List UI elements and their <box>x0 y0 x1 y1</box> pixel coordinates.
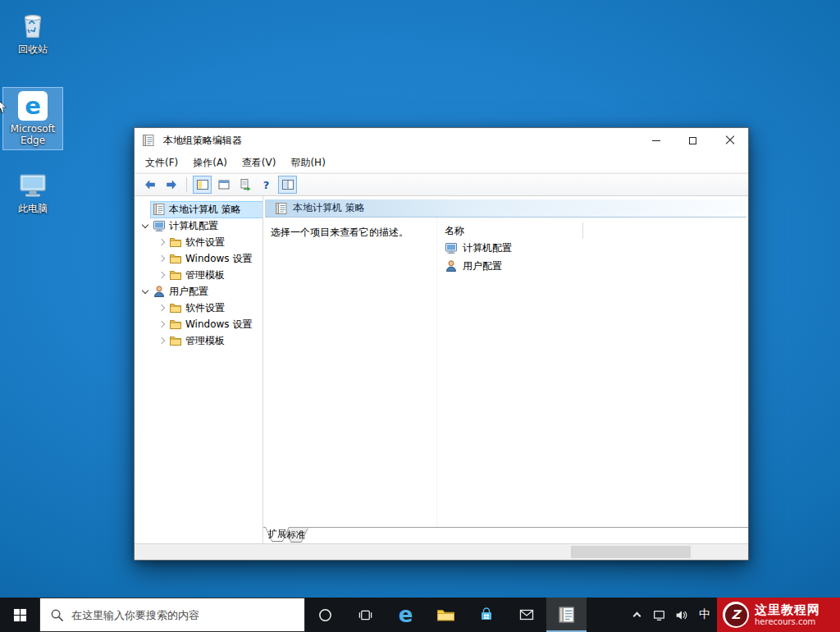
close-icon <box>725 135 735 145</box>
mail-button[interactable] <box>506 598 546 632</box>
tree-item-label: 管理模板 <box>185 268 225 282</box>
list-item-computer-config[interactable]: 计算机配置 <box>437 239 748 257</box>
close-button[interactable] <box>711 128 748 153</box>
icon-label: 此电脑 <box>18 203 48 214</box>
tree-item-label: 计算机配置 <box>169 219 218 233</box>
h-scrollbar-thumb[interactable] <box>571 546 691 558</box>
minimize-button[interactable] <box>637 128 674 153</box>
menu-action[interactable]: 操作(A) <box>185 153 235 172</box>
maximize-button[interactable] <box>674 128 711 153</box>
chevron-down-icon[interactable] <box>142 221 148 227</box>
help-button[interactable]: ? <box>257 176 276 194</box>
gpedit-scroll-icon <box>275 202 288 215</box>
properties-button[interactable] <box>214 176 233 194</box>
results-pane: 本地计算机 策略 选择一个项目来查看它的描述。 名称 计算机配置 <box>263 196 748 543</box>
chevron-right-icon[interactable] <box>158 321 165 327</box>
watermark-title: 这里教程网 <box>755 603 820 617</box>
minimize-icon <box>652 140 660 141</box>
chevron-right-icon[interactable] <box>158 337 165 344</box>
tree-item-label: 软件设置 <box>185 301 225 315</box>
tray-overflow-button[interactable] <box>626 598 648 632</box>
windows-logo-icon <box>13 608 27 622</box>
file-explorer-button[interactable] <box>426 598 466 632</box>
tree-item-computer-config[interactable]: 计算机配置 <box>135 218 262 234</box>
edge-taskbar-button[interactable]: e <box>386 598 426 632</box>
search-input[interactable] <box>71 609 294 621</box>
tree-item-software-settings-user[interactable]: 软件设置 <box>135 300 262 316</box>
cortana-button[interactable] <box>305 598 345 632</box>
show-console-tree-button[interactable] <box>193 176 212 194</box>
title-bar[interactable]: 本地组策略编辑器 <box>135 128 748 153</box>
export-list-button[interactable] <box>235 176 254 194</box>
folder-icon <box>169 318 182 331</box>
folder-icon <box>169 268 182 282</box>
menu-help[interactable]: 帮助(H) <box>283 153 332 172</box>
volume-tray-button[interactable] <box>670 598 692 632</box>
menu-bar: 文件(F) 操作(A) 查看(V) 帮助(H) <box>135 153 748 173</box>
start-button[interactable] <box>0 598 39 632</box>
tree-item-windows-settings[interactable]: Windows 设置 <box>135 250 262 267</box>
gpedit-taskbar-button[interactable] <box>546 598 587 632</box>
tree-item-user-config[interactable]: 用户配置 <box>135 283 262 300</box>
export-list-icon <box>239 178 252 191</box>
results-content: 选择一个项目来查看它的描述。 名称 计算机配置 用户配置 <box>263 218 748 527</box>
list-item-label: 用户配置 <box>463 259 502 273</box>
desktop-icon-recycle-bin[interactable]: 回收站 <box>7 5 59 58</box>
user-icon <box>445 259 458 272</box>
tree-item-label: 管理模板 <box>185 334 225 348</box>
menu-file[interactable]: 文件(F) <box>138 153 185 172</box>
desktop-icon-this-pc[interactable]: 此电脑 <box>7 167 59 218</box>
edge-icon: e <box>399 602 413 627</box>
taskbar-search-box[interactable] <box>39 598 305 632</box>
column-header-name[interactable]: 名称 <box>437 222 583 239</box>
chevron-right-icon[interactable] <box>158 239 165 245</box>
chevron-right-icon[interactable] <box>158 305 165 311</box>
item-list: 名称 计算机配置 用户配置 <box>437 218 748 527</box>
results-header: 本地计算机 策略 <box>265 199 746 218</box>
tree-item-label: Windows 设置 <box>185 252 252 266</box>
task-view-icon <box>358 607 373 623</box>
folder-icon <box>169 236 182 249</box>
list-item-user-config[interactable]: 用户配置 <box>437 257 748 275</box>
description-pane: 选择一个项目来查看它的描述。 <box>263 218 437 527</box>
computer-icon <box>445 241 458 254</box>
icon-label: 回收站 <box>18 44 48 55</box>
tree-item-label: 本地计算机 策略 <box>169 203 241 217</box>
folder-icon <box>169 301 182 314</box>
computer-icon <box>153 219 166 232</box>
watermark-logo: Z <box>723 602 749 628</box>
tree-item-local-computer-policy[interactable]: 本地计算机 策略 <box>135 201 262 218</box>
window-body: 本地计算机 策略 计算机配置 软件设置 Windows 设置 <box>135 196 748 560</box>
mail-icon <box>518 607 535 623</box>
gpedit-scroll-icon <box>558 606 576 624</box>
tree-item-admin-templates-user[interactable]: 管理模板 <box>135 332 262 349</box>
desktop-icon-microsoft-edge[interactable]: e Microsoft Edge <box>2 87 63 150</box>
tree-selection: 本地计算机 策略 <box>151 202 262 218</box>
folder-icon <box>169 252 182 265</box>
forward-button[interactable] <box>162 176 180 194</box>
chevron-right-icon[interactable] <box>158 255 165 262</box>
back-button[interactable] <box>140 176 159 194</box>
console-tree: 本地计算机 策略 计算机配置 软件设置 Windows 设置 <box>135 196 263 543</box>
tree-item-windows-settings-user[interactable]: Windows 设置 <box>135 316 262 332</box>
tree-item-software-settings[interactable]: 软件设置 <box>135 234 262 250</box>
gpedit-window: 本地组策略编辑器 文件(F) 操作(A) 查看(V) 帮助(H) <box>134 127 749 561</box>
tab-extended[interactable]: 扩展 <box>266 527 289 541</box>
toolbar: ? <box>135 173 748 196</box>
ime-indicator[interactable]: 中 <box>692 607 717 622</box>
menu-view[interactable]: 查看(V) <box>235 153 284 172</box>
user-icon <box>153 285 166 298</box>
store-icon <box>478 607 495 623</box>
chevron-down-icon[interactable] <box>142 286 148 293</box>
task-view-button[interactable] <box>345 598 386 632</box>
this-pc-icon <box>17 171 48 200</box>
store-button[interactable] <box>466 598 506 632</box>
chevron-right-icon[interactable] <box>158 272 165 278</box>
standard-view-button[interactable] <box>278 176 297 194</box>
console-tree-icon <box>196 178 209 191</box>
network-tray-button[interactable] <box>648 598 670 632</box>
tree-item-admin-templates[interactable]: 管理模板 <box>135 267 262 283</box>
tree-item-label: 软件设置 <box>185 236 225 250</box>
gpedit-scroll-icon <box>153 203 166 216</box>
icon-label: Microsoft Edge <box>7 123 59 146</box>
